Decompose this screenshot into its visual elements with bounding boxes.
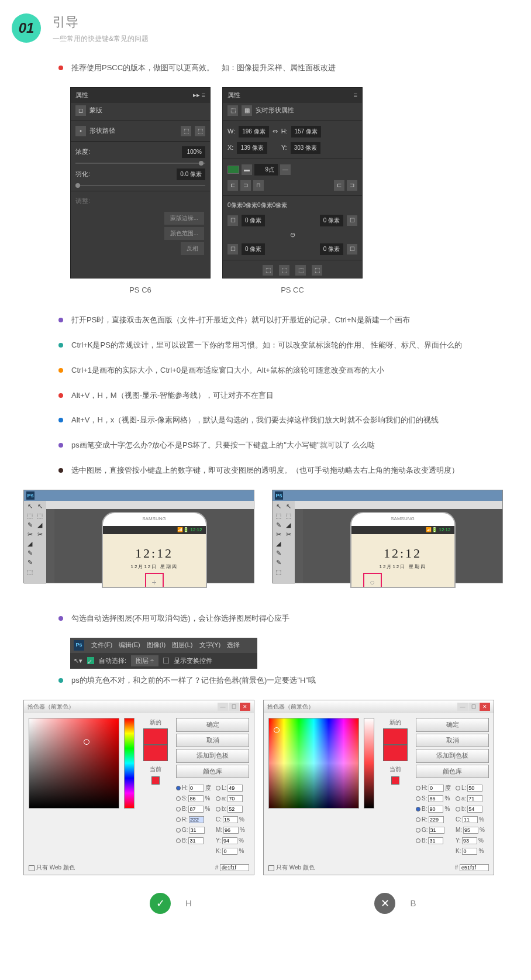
tip-text: Ctrl+K是PS的常规设计，里可以设置一下你的常用习惯。如：可以改变鼠标滚轮的… [71,339,462,352]
bullet-icon [58,616,63,621]
color-picker-b: 拾色器（前景色）—☐✕ 新的当前 确定 取消 添加到色板 颜色库 H:度 S:%… [263,700,494,875]
panel-ps-c6: 属性▸▸ ≡ ◻蒙版 ▪形状路径⬚⬚ 浓度:100% 羽化:0.0 像素 调整:… [70,87,211,278]
bullet-icon [58,368,63,373]
menubar-screenshot: Ps文件(F) 编辑(E) 图像(I) 图层(L) 文字(Y) 选择 ↖▾✓自动… [70,638,257,669]
tip-text: 打开PS时，直接双击灰色面版（文件-打开最近文件）就可以打开最近的记录。Ctrl… [71,314,410,326]
bullet-icon [58,468,63,473]
bullet-icon [58,418,63,422]
bullet-icon [58,343,63,348]
verdict-b: B [410,896,416,910]
panel-ps-cc: 属性≡ ⬚▦实时形状属性 W:196 像素⇔H:157 像素 X:139 像素Y… [222,87,363,278]
screenshot-cursor-cross: Ps ↖⬚✎✂◢✎✎⬚↖⬚◢✂ SAMSUNG 📶🔋 12:12 12:12 1… [23,490,254,583]
tip-text: Alt+V，H，x（视图-显示-像素网格），默认是勾选的，我们要去掉这样我们放大… [71,414,439,427]
section-number-badge: 01 [12,13,41,43]
bullet-icon [58,66,63,70]
tip-text: Ctrl+1是画布的实际大小，Ctrl+0是画布适应窗口大小。Alt+鼠标的滚轮… [71,365,384,377]
cross-icon: ✕ [374,893,395,914]
verdict-row: ✓H ✕B [58,893,508,914]
intro-text: 推荐使用PSCC的版本，做图可以更高效。 如：图像提升采样、属性面板改进 [71,62,336,74]
caption-cc: PS CC [222,284,363,297]
tip-text: ps画笔变成十字怎么办?放心不是PS坏了。只要按一下键盘上的"大小写键"就可以了… [71,439,375,452]
tip-text: Alt+V，H，M（视图-显示-智能参考线），可让对齐不在盲目 [71,390,274,402]
verdict-h: H [185,896,192,910]
section-title: 引导 [53,12,149,32]
screenshot-cursor-circle: Ps ↖⬚✎✂◢✎✎⬚↖⬚◢✂ SAMSUNG 📶🔋 12:12 12:12 1… [272,490,503,583]
section-header: 01 引导 一些常用的快捷键&常见的问题 [12,12,508,44]
bullet-icon [58,393,63,398]
properties-panels: 属性▸▸ ≡ ◻蒙版 ▪形状路径⬚⬚ 浓度:100% 羽化:0.0 像素 调整:… [70,87,508,278]
tip-colorpicker: ps的填充色不对，和之前的不一样了？记住拾色器(前景色)一定要选"H"哦 [71,675,316,687]
bullet-icon [58,443,63,448]
bullet-icon [58,678,63,683]
check-icon: ✓ [150,893,171,914]
tip-autoselect: 勾选自动选择图层(不用可取消勾选)，会让你选择图层时得心应手 [71,613,289,625]
caption-c6: PS C6 [70,284,211,297]
section-subtitle: 一些常用的快捷键&常见的问题 [53,33,149,44]
tip-text: 选中图层，直接管按小键盘上的数字键，即可改变图层的透明度。（也可手动拖动略去右上… [71,465,459,477]
bullet-icon [58,318,63,322]
color-picker-h: 拾色器（前景色）—☐✕ 新的当前 确定 取消 添加到色板 颜色库 H:度 S:%… [23,700,254,875]
